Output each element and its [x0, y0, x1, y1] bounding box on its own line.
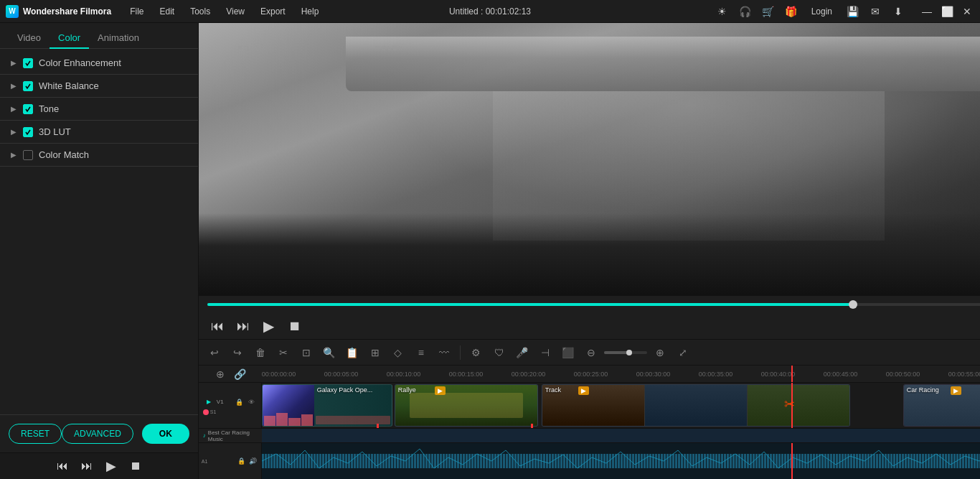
- color-button[interactable]: ◇: [388, 343, 408, 363]
- section-tone-header[interactable]: ▶ Tone: [0, 98, 198, 120]
- video-track-header: ▶ V1 🔒 👁 S1: [199, 383, 262, 428]
- shield-icon[interactable]: 🛡: [489, 343, 509, 363]
- mail-icon[interactable]: ✉: [868, 4, 882, 19]
- 3d-lut-checkbox[interactable]: [23, 127, 33, 137]
- audio-label-content: [262, 429, 980, 442]
- save-icon[interactable]: 💾: [845, 4, 859, 19]
- headphone-icon[interactable]: 🎧: [738, 4, 753, 19]
- split-icon[interactable]: ⊣: [535, 343, 555, 363]
- menu-file[interactable]: File: [123, 4, 151, 19]
- minimize-button[interactable]: —: [920, 4, 934, 19]
- add-track-button[interactable]: ⊕: [210, 366, 230, 383]
- audio-mute-button[interactable]: 🔊: [248, 456, 258, 466]
- undo-button[interactable]: ↩: [204, 343, 225, 363]
- color-match-checkbox[interactable]: [23, 150, 33, 160]
- property-tabs: Video Color Animation: [0, 23, 198, 49]
- left-panel: Video Color Animation ▶ Color Enhancemen…: [0, 23, 199, 479]
- audio-button[interactable]: ≡: [411, 343, 431, 363]
- zoom-in-icon[interactable]: ⊕: [650, 343, 670, 363]
- cut-button[interactable]: ✂: [273, 343, 293, 363]
- white-balance-checkbox[interactable]: [23, 81, 33, 91]
- waveform-bar: [288, 418, 300, 426]
- mic-icon[interactable]: 🎤: [512, 343, 532, 363]
- zoom-out-icon[interactable]: ⊖: [581, 343, 601, 363]
- app-logo: W Wondershare Filmora: [6, 5, 111, 18]
- color-match-label: Color Match: [39, 149, 89, 160]
- main-layout: Video Color Animation ▶ Color Enhancemen…: [0, 23, 980, 479]
- caption-icon[interactable]: ⬛: [558, 343, 578, 363]
- clip-car-label: Car Racing: [907, 386, 939, 394]
- section-color-match: ▶ Color Match: [0, 144, 198, 167]
- section-white-balance-header[interactable]: ▶ White Balance: [0, 75, 198, 97]
- audio-lock-button[interactable]: 🔒: [237, 456, 247, 466]
- progress-track[interactable]: [207, 303, 980, 306]
- play-main-button[interactable]: ▶: [259, 316, 279, 336]
- advanced-button[interactable]: ADVANCED: [62, 424, 133, 444]
- copy-button[interactable]: 📋: [342, 343, 362, 363]
- lock-track-button[interactable]: 🔒: [235, 397, 245, 407]
- tone-checkbox[interactable]: [23, 104, 33, 114]
- preview-frame: ROLEX ROLEX: [199, 23, 980, 295]
- clip-thumb-3: [748, 385, 849, 426]
- clip-rallye-play-icon: ▶: [435, 386, 446, 395]
- play-button[interactable]: ▶: [101, 456, 121, 476]
- tone-label: Tone: [39, 103, 59, 114]
- tab-animation[interactable]: Animation: [89, 28, 148, 49]
- track-label: V1: [217, 399, 232, 405]
- eye-track-button[interactable]: 👁: [247, 397, 257, 407]
- zoom-slider[interactable]: [604, 351, 647, 354]
- zoom-in-button[interactable]: 🔍: [319, 343, 339, 363]
- clip-rallye[interactable]: Rallye ▶: [395, 384, 538, 427]
- track-playhead: ✂: [791, 383, 793, 428]
- clip-track[interactable]: Track ▶: [542, 384, 850, 427]
- track-header-content: ▶ V1 🔒 👁 S1: [203, 396, 257, 415]
- menu-view[interactable]: View: [219, 4, 252, 19]
- menu-tools[interactable]: Tools: [183, 4, 217, 19]
- ruler-mark-3: 00:00:15:00: [449, 371, 512, 378]
- stop-button[interactable]: ⏹: [126, 456, 146, 476]
- section-3d-lut-header[interactable]: ▶ 3D LUT: [0, 121, 198, 143]
- clip-galaxy[interactable]: Galaxy Pack Ope...: [262, 384, 392, 427]
- chevron-icon: ▶: [9, 127, 19, 137]
- menu-edit[interactable]: Edit: [152, 4, 182, 19]
- section-color-enhancement-header[interactable]: ▶ Color Enhancement: [0, 52, 198, 74]
- prev-frame-button[interactable]: ⏮: [207, 316, 227, 336]
- login-button[interactable]: Login: [807, 5, 837, 18]
- section-color-match-header[interactable]: ▶ Color Match: [0, 144, 198, 166]
- sun-icon[interactable]: ☀: [715, 4, 730, 19]
- settings-icon[interactable]: ⚙: [466, 343, 486, 363]
- step-back-button[interactable]: ⏮: [52, 456, 72, 476]
- waveform-button[interactable]: 〰: [434, 343, 454, 363]
- maximize-button[interactable]: ⬜: [940, 4, 954, 19]
- frame-step-button[interactable]: ⏭: [77, 456, 97, 476]
- track-sublabel: S1: [210, 409, 217, 414]
- link-button[interactable]: 🔗: [230, 366, 250, 383]
- ok-button[interactable]: OK: [142, 424, 189, 444]
- clip-audio-mini: [316, 416, 390, 424]
- stop-main-button[interactable]: ⏹: [285, 316, 305, 336]
- gift-icon[interactable]: 🎁: [784, 4, 798, 19]
- playback-controls-row: ⏮ ⏭ ▶ ⏹: [0, 452, 198, 479]
- download-icon[interactable]: ⬇: [891, 4, 905, 19]
- close-button[interactable]: ✕: [960, 4, 974, 19]
- audio-track-label: Best Car Racing Music: [208, 429, 258, 442]
- delete-button[interactable]: 🗑: [250, 343, 270, 363]
- tab-video[interactable]: Video: [9, 28, 50, 49]
- tab-color[interactable]: Color: [50, 28, 89, 49]
- clip-car-racing[interactable]: Car Racing ▶: [903, 384, 980, 427]
- redo-button[interactable]: ↪: [227, 343, 248, 363]
- menu-help[interactable]: Help: [294, 4, 326, 19]
- preview-area: ROLEX ROLEX: [199, 23, 980, 295]
- waveform-bar: [276, 413, 288, 426]
- reset-button[interactable]: RESET: [9, 424, 62, 444]
- group-button[interactable]: ⊞: [365, 343, 385, 363]
- crop-button[interactable]: ⊡: [296, 343, 316, 363]
- expand-icon[interactable]: ⤢: [673, 343, 693, 363]
- menu-export[interactable]: Export: [253, 4, 293, 19]
- color-enhancement-checkbox[interactable]: [23, 58, 33, 68]
- ct3: [748, 385, 849, 426]
- step-frame-button[interactable]: ⏭: [233, 316, 253, 336]
- cart-icon[interactable]: 🛒: [761, 4, 776, 19]
- mirror-area: [346, 37, 980, 91]
- video-track-content[interactable]: Galaxy Pack Ope... Rallye ▶: [262, 383, 980, 428]
